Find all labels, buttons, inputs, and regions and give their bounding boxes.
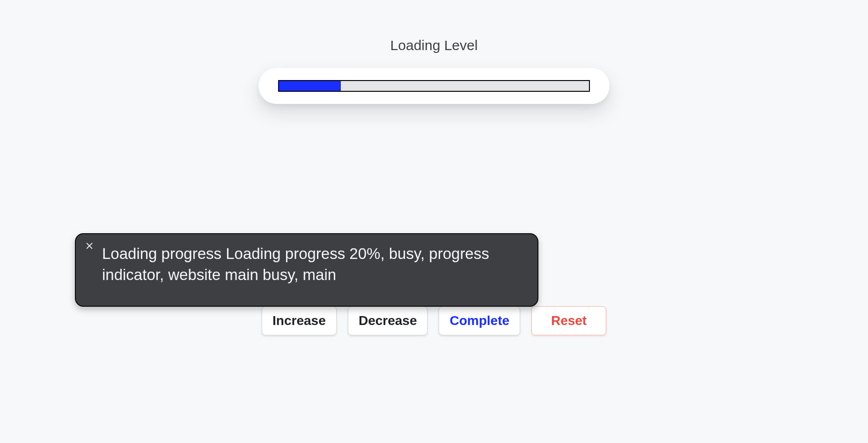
tooltip-text: Loading progress Loading progress 20%, b… — [102, 244, 511, 285]
decrease-button[interactable]: Decrease — [348, 306, 428, 335]
close-icon[interactable] — [84, 241, 95, 251]
accessibility-tooltip: Loading progress Loading progress 20%, b… — [75, 233, 538, 307]
progress-card — [258, 68, 610, 104]
button-row: Increase Decrease Complete Reset — [0, 306, 868, 335]
page-title: Loading Level — [0, 37, 868, 53]
progress-bar — [278, 80, 590, 92]
complete-button[interactable]: Complete — [439, 306, 520, 335]
reset-button[interactable]: Reset — [531, 306, 606, 335]
increase-button[interactable]: Increase — [262, 306, 337, 335]
progress-bar-fill — [279, 81, 341, 91]
